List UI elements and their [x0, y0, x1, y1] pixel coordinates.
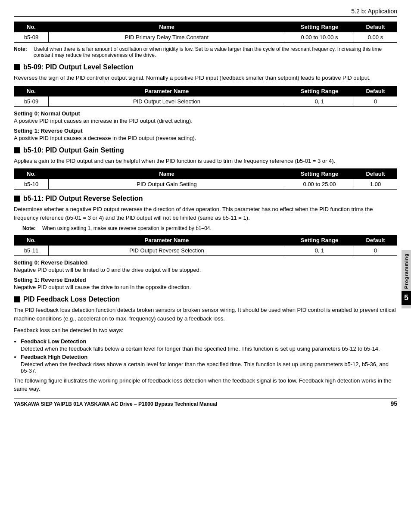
pid-bullet-list: Feedback Low Detection Detected when the…	[21, 338, 397, 374]
cell-default: 1.00	[354, 179, 397, 190]
cell-range: 0, 1	[285, 96, 354, 106]
pid-body1: The PID feedback loss detection function…	[14, 306, 397, 323]
cell-range: 0.00 to 25.00	[285, 179, 354, 190]
col-default: Default	[354, 86, 397, 96]
col-no: No.	[14, 235, 49, 246]
cell-default: 0.00 s	[354, 32, 397, 43]
col-no: No.	[14, 22, 49, 32]
pid-body2: Feedback loss can be detected in two way…	[14, 326, 397, 335]
section-b5-11-heading: b5-11: PID Output Reverse Selection	[14, 195, 397, 202]
footer-left: YASKAWA SIEP YAIP1B 01A YASKAWA AC Drive…	[14, 401, 217, 407]
note-label: Note:	[14, 46, 31, 58]
section-title: b5-10: PID Output Gain Setting	[23, 146, 124, 154]
cell-no: b5-10	[14, 179, 49, 190]
section-title: b5-11: PID Output Reverse Selection	[23, 195, 143, 202]
section-b5-10-heading: b5-10: PID Output Gain Setting	[14, 146, 397, 154]
sub-para-b5-11-1: Negative PID output will cause the drive…	[14, 284, 397, 290]
section-b5-09-body: Reverses the sign of the PID controller …	[14, 74, 397, 82]
cell-default: 0	[354, 246, 397, 256]
pid-feedback-heading: PID Feedback Loss Detection	[14, 296, 397, 303]
sub-heading-0: Setting 0: Normal Output	[14, 110, 397, 117]
sub-heading-b5-11-1: Setting 1: Reverse Enabled	[14, 277, 397, 283]
list-item: Feedback High Detection Detected when th…	[21, 354, 397, 374]
square-icon	[14, 296, 20, 302]
col-setting: Setting Range	[285, 235, 354, 246]
sub-para-1: A positive PID input causes a decrease i…	[14, 135, 397, 141]
page-footer: YASKAWA SIEP YAIP1B 01A YASKAWA AC Drive…	[14, 398, 397, 407]
col-name: Name	[49, 22, 285, 32]
pid-body3: The following figure illustrates the wor…	[14, 376, 397, 393]
side-tab: Programming 5	[402, 250, 411, 308]
col-default: Default	[354, 235, 397, 246]
cell-range: 0, 1	[285, 246, 354, 256]
top-table: No. Name Setting Range Default b5-08 PID…	[14, 22, 397, 43]
bullet-text-1: Detected when the feedback rises above a…	[21, 361, 397, 374]
sub-para-0: A positive PID input causes an increase …	[14, 118, 397, 124]
square-icon	[14, 64, 20, 70]
note-label: Note:	[22, 225, 40, 231]
cell-default: 0	[354, 96, 397, 106]
table-row: b5-08 PID Primary Delay Time Constant 0.…	[14, 32, 397, 43]
top-header: 5.2 b: Application	[14, 8, 397, 17]
sub-para-b5-11-0: Negative PID output will be limited to 0…	[14, 267, 397, 273]
col-default: Default	[354, 22, 397, 32]
cell-no: b5-09	[14, 96, 49, 106]
square-icon	[14, 147, 20, 153]
bullet-label-0: Feedback Low Detection	[21, 338, 86, 345]
section-title: PID Feedback Loss Detection	[23, 296, 120, 303]
section-b5-10-body: Applies a gain to the PID output and can…	[14, 157, 397, 165]
cell-name: PID Primary Delay Time Constant	[49, 32, 285, 43]
col-no: No.	[14, 169, 49, 179]
b5-10-table: No. Name Setting Range Default b5-10 PID…	[14, 168, 397, 190]
bullet-label-1: Feedback High Detection	[21, 354, 87, 360]
list-item: Feedback Low Detection Detected when the…	[21, 338, 397, 352]
cell-name: PID Output Level Selection	[49, 96, 285, 106]
footer-right: 95	[390, 400, 397, 407]
note-text: Useful when there is a fair amount of os…	[34, 46, 397, 58]
cell-name: PID Output Reverse Selection	[49, 246, 285, 256]
b5-11-table: No. Parameter Name Setting Range Default…	[14, 235, 397, 256]
col-name: Parameter Name	[49, 86, 285, 96]
sub-heading-1: Setting 1: Reverse Output	[14, 128, 397, 134]
bullet-text-0: Detected when the feedback falls below a…	[21, 345, 397, 352]
table-row: b5-10 PID Output Gain Setting 0.00 to 25…	[14, 179, 397, 190]
col-setting: Setting Range	[285, 22, 354, 32]
table-row: b5-09 PID Output Level Selection 0, 1 0	[14, 96, 397, 106]
section-b5-09-heading: b5-09: PID Output Level Selection	[14, 63, 397, 71]
section-b5-11-body: Determines whether a negative PID output…	[14, 205, 397, 222]
col-setting: Setting Range	[285, 86, 354, 96]
b5-09-table: No. Parameter Name Setting Range Default…	[14, 86, 397, 107]
b5-11-note: Note: When using setting 1, make sure re…	[22, 225, 397, 231]
table-row: b5-11 PID Output Reverse Selection 0, 1 …	[14, 246, 397, 256]
side-tab-number: 5	[402, 291, 411, 305]
section-title: b5-09: PID Output Level Selection	[23, 63, 134, 71]
cell-no: b5-08	[14, 32, 49, 43]
cell-range: 0.00 to 10.00 s	[285, 32, 354, 43]
page-title: 5.2 b: Application	[351, 8, 397, 15]
square-icon	[14, 196, 20, 202]
cell-no: b5-11	[14, 246, 49, 256]
sub-heading-b5-11-0: Setting 0: Reverse Disabled	[14, 259, 397, 266]
page-container: 5.2 b: Application No. Name Setting Rang…	[0, 0, 411, 414]
col-default: Default	[354, 169, 397, 179]
note-text: When using setting 1, make sure reverse …	[42, 225, 397, 231]
col-name: Parameter Name	[49, 235, 285, 246]
col-no: No.	[14, 86, 49, 96]
cell-name: PID Output Gain Setting	[49, 179, 285, 190]
col-name: Name	[49, 169, 285, 179]
side-tab-text: Programming	[404, 253, 409, 289]
col-setting: Setting Range	[285, 169, 354, 179]
top-note: Note: Useful when there is a fair amount…	[14, 46, 397, 58]
